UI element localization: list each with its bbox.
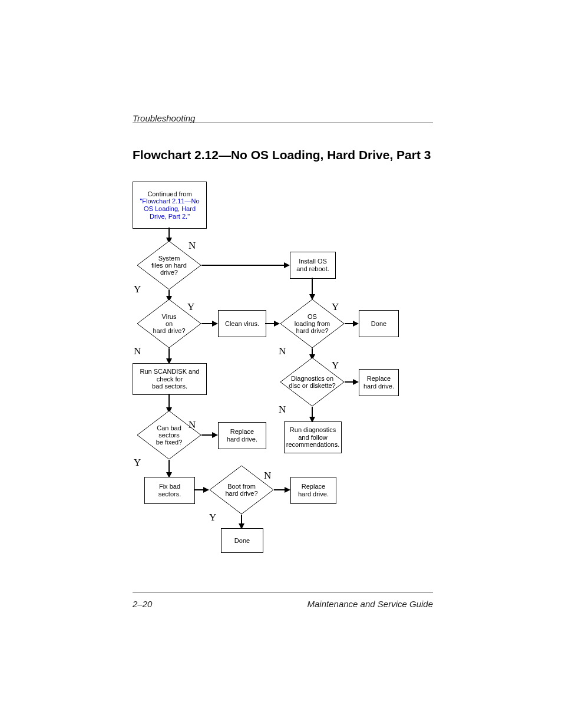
arrow-right-icon bbox=[353, 379, 359, 385]
arrow-right-icon bbox=[203, 487, 209, 493]
decision-text: Can badsectorsbe fixed? bbox=[146, 424, 193, 446]
arrow-right-icon bbox=[212, 432, 218, 438]
connector bbox=[168, 394, 170, 409]
arrow-right-icon bbox=[274, 321, 280, 327]
terminator-done-2: Done bbox=[221, 528, 263, 553]
page-number: 2–20 bbox=[133, 599, 152, 609]
label-y: Y bbox=[332, 301, 339, 313]
label-y: Y bbox=[134, 284, 141, 295]
decision-text: Diagnostics ondisc or diskette? bbox=[289, 375, 336, 389]
terminator-done-1: Done bbox=[359, 310, 399, 337]
process-install-os: Install OSand reboot. bbox=[290, 252, 336, 279]
label-n: N bbox=[279, 345, 286, 357]
connector bbox=[274, 489, 286, 490]
connector bbox=[312, 278, 313, 295]
continued-link[interactable]: "Flowchart 2.11—No OS Loading, Hard Driv… bbox=[140, 197, 199, 219]
process-replace-hd-1: Replacehard drive. bbox=[359, 369, 399, 396]
footer-rule bbox=[133, 592, 433, 592]
label-y: Y bbox=[187, 301, 194, 313]
arrow-right-icon bbox=[212, 321, 218, 327]
process-clean-virus: Clean virus. bbox=[218, 310, 266, 337]
page-title: Flowchart 2.12—No OS Loading, Hard Drive… bbox=[133, 147, 433, 163]
continued-label: Continued from bbox=[147, 190, 191, 197]
process-replace-hd-3: Replacehard drive. bbox=[290, 477, 336, 504]
decision-text: Boot fromhard drive? bbox=[218, 483, 265, 497]
process-fix-bad: Fix badsectors. bbox=[144, 477, 195, 504]
connector bbox=[168, 460, 170, 473]
running-header: Troubleshooting bbox=[133, 113, 433, 123]
process-replace-hd-2: Replacehard drive. bbox=[218, 422, 266, 449]
connector bbox=[201, 323, 213, 324]
arrow-right-icon bbox=[353, 321, 359, 327]
label-y: Y bbox=[332, 360, 339, 371]
label-n: N bbox=[189, 240, 196, 252]
start-box: Continued from "Flowchart 2.11—No OS Loa… bbox=[133, 182, 207, 229]
label-n: N bbox=[189, 419, 196, 431]
arrow-right-icon bbox=[284, 262, 290, 268]
connector bbox=[201, 265, 285, 266]
label-y: Y bbox=[134, 457, 141, 469]
label-n: N bbox=[279, 404, 286, 416]
flowchart: Continued from "Flowchart 2.11—No OS Loa… bbox=[133, 182, 433, 571]
label-n: N bbox=[264, 470, 271, 482]
process-run-diag: Run diagnosticsand followrecommendations… bbox=[284, 421, 342, 453]
decision-can-fix: Can badsectorsbe fixed? bbox=[137, 410, 201, 460]
footer-guide: Maintenance and Service Guide bbox=[308, 599, 433, 609]
header-rule bbox=[133, 123, 433, 123]
decision-text: Systemfiles on harddrive? bbox=[146, 255, 193, 276]
decision-text: OSloading fromhard drive? bbox=[289, 313, 336, 334]
label-y: Y bbox=[209, 512, 216, 523]
arrow-right-icon bbox=[285, 487, 290, 493]
label-n: N bbox=[134, 345, 141, 357]
process-scandisk: Run SCANDISK andcheck forbad sectors. bbox=[133, 363, 207, 395]
decision-text: Virusonhard drive? bbox=[146, 313, 193, 334]
page: Troubleshooting Flowchart 2.12—No OS Loa… bbox=[0, 0, 562, 728]
connector bbox=[201, 434, 213, 436]
